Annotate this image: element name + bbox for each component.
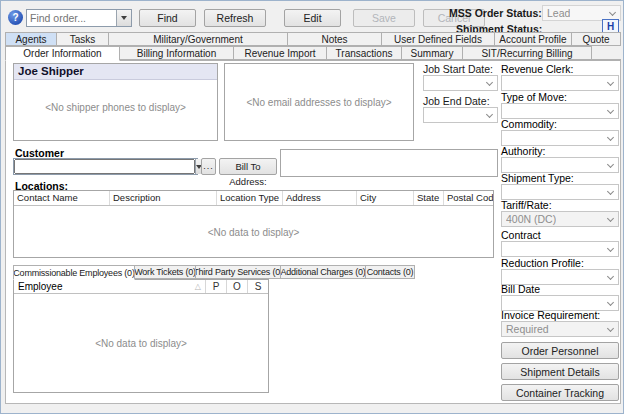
- locations-grid: Contact Name Description Location Type A…: [13, 190, 494, 258]
- tab-sit-recurring-billing[interactable]: SIT/Recurring Billing: [462, 46, 592, 60]
- customer-input[interactable]: [14, 159, 195, 174]
- job-end-date-dropdown[interactable]: [423, 107, 498, 123]
- bill-date-label: Bill Date: [501, 283, 540, 295]
- shipper-name-header: Joe Shipper: [14, 64, 217, 80]
- help-icon[interactable]: ?: [8, 10, 23, 25]
- type-of-move-dropdown[interactable]: [501, 103, 619, 119]
- tab-notes[interactable]: Notes: [287, 32, 382, 46]
- job-start-date-label: Job Start Date:: [423, 63, 493, 75]
- bill-to-address-box[interactable]: [280, 149, 498, 177]
- sort-ascending-icon: △: [195, 282, 201, 291]
- locations-grid-header: Contact Name Description Location Type A…: [14, 191, 493, 206]
- tab-tasks[interactable]: Tasks: [56, 32, 109, 46]
- chevron-down-icon: [607, 161, 614, 168]
- chevron-down-icon: [486, 79, 493, 86]
- tab-summary[interactable]: Summary: [401, 46, 463, 60]
- tab-transactions[interactable]: Transactions: [326, 46, 402, 60]
- order-personnel-button[interactable]: Order Personnel: [501, 342, 619, 359]
- column-o[interactable]: O: [226, 280, 247, 293]
- column-s[interactable]: S: [247, 280, 268, 293]
- employee-grid-header: Employee △ P O S: [14, 280, 268, 294]
- triangle-down-icon: [121, 16, 127, 20]
- chevron-down-icon: [607, 215, 614, 222]
- job-start-date-dropdown[interactable]: [423, 75, 498, 91]
- edit-button[interactable]: Edit: [284, 9, 341, 27]
- column-contact-name[interactable]: Contact Name: [14, 191, 109, 205]
- locations-grid-body: <No data to display>: [14, 206, 493, 257]
- shipment-type-dropdown[interactable]: [501, 184, 619, 200]
- job-end-date-label: Job End Date:: [423, 95, 490, 107]
- find-order-dropdown-arrow[interactable]: [116, 10, 131, 26]
- type-of-move-label: Type of Move:: [501, 91, 567, 103]
- locations-empty-message: <No data to display>: [14, 226, 493, 237]
- email-empty-message: <No email addresses to display>: [225, 97, 413, 108]
- invoice-requirement-dropdown: Required: [501, 321, 619, 337]
- column-description[interactable]: Description: [109, 191, 216, 205]
- contract-label: Contract: [501, 229, 541, 241]
- customer-combobox[interactable]: [13, 158, 198, 175]
- order-window: ? Find Refresh Edit Save Cancel MSS Orde…: [0, 0, 624, 414]
- shipper-phones-empty-message: <No shipper phones to display>: [14, 101, 217, 112]
- chevron-down-icon: [607, 107, 614, 114]
- find-order-combobox[interactable]: [26, 9, 132, 27]
- chevron-down-icon: [609, 9, 616, 16]
- column-postal-code[interactable]: Postal Code: [443, 191, 493, 205]
- revenue-clerk-dropdown[interactable]: [501, 75, 619, 91]
- chevron-down-icon: [607, 79, 614, 86]
- tab-contacts[interactable]: Contacts (0): [365, 265, 415, 279]
- commodity-label: Commodity:: [501, 118, 557, 130]
- container-tracking-button[interactable]: Container Tracking: [501, 384, 619, 401]
- tab-commissionable-employees[interactable]: Commissionable Employees (0): [13, 265, 135, 280]
- shipment-details-button[interactable]: Shipment Details: [501, 363, 619, 380]
- shipper-phones-panel: Joe Shipper <No shipper phones to displa…: [13, 63, 218, 141]
- tab-work-tickets[interactable]: Work Tickets (0): [134, 265, 196, 279]
- main-tab-row-2: Order Information Billing Information Re…: [5, 46, 621, 60]
- chevron-down-icon: [607, 273, 614, 280]
- save-button: Save: [353, 9, 415, 27]
- tab-revenue-import[interactable]: Revenue Import: [233, 46, 327, 60]
- employee-grid-body: <No data to display>: [14, 294, 268, 391]
- column-employee[interactable]: Employee △: [14, 280, 205, 293]
- column-location-type[interactable]: Location Type: [216, 191, 282, 205]
- tab-third-party-services[interactable]: Third Party Services (0): [195, 265, 281, 279]
- column-city[interactable]: City: [356, 191, 413, 205]
- contract-dropdown[interactable]: [501, 241, 619, 257]
- authority-label: Authority:: [501, 145, 545, 157]
- tab-billing-information[interactable]: Billing Information: [119, 46, 234, 60]
- tab-military-government[interactable]: Military/Government: [108, 32, 288, 46]
- column-state[interactable]: State: [413, 191, 443, 205]
- mss-order-status-value: Lead: [547, 7, 570, 19]
- tab-quote[interactable]: Quote: [571, 32, 621, 46]
- shipment-type-label: Shipment Type:: [501, 172, 574, 184]
- tab-account-profile[interactable]: Account Profile: [494, 32, 572, 46]
- employee-column-label: Employee: [18, 281, 62, 292]
- find-order-input[interactable]: [27, 10, 116, 26]
- tab-additional-charges[interactable]: Additional Charges (0): [280, 265, 366, 279]
- authority-dropdown[interactable]: [501, 157, 619, 173]
- help-icon-glyph: ?: [12, 12, 18, 23]
- commodity-dropdown[interactable]: [501, 130, 619, 146]
- employee-empty-message: <No data to display>: [14, 337, 268, 348]
- column-p[interactable]: P: [205, 280, 226, 293]
- chevron-down-icon: [486, 111, 493, 118]
- chevron-down-icon: [607, 245, 614, 252]
- bill-to-address-button[interactable]: Bill To Address:: [219, 158, 277, 175]
- tab-agents[interactable]: Agents: [5, 32, 57, 46]
- chevron-down-icon: [607, 325, 614, 332]
- revenue-clerk-label: Revenue Clerk:: [501, 63, 573, 75]
- mss-order-status-label: MSS Order Status:: [449, 7, 542, 19]
- refresh-button[interactable]: Refresh: [204, 9, 266, 27]
- tab-user-defined-fields[interactable]: User Defined Fields: [381, 32, 495, 46]
- chevron-down-icon: [607, 134, 614, 141]
- reduction-profile-label: Reduction Profile:: [501, 257, 584, 269]
- invoice-requirement-value: Required: [506, 323, 549, 335]
- customer-browse-button[interactable]: ...: [201, 158, 216, 175]
- tariff-rate-label: Tariff/Rate:: [501, 199, 552, 211]
- tab-order-information[interactable]: Order Information: [5, 46, 120, 61]
- employee-grid: Employee △ P O S <No data to display>: [13, 279, 269, 393]
- tariff-rate-dropdown: 400N (DC): [501, 211, 619, 227]
- find-button[interactable]: Find: [139, 9, 196, 27]
- column-address[interactable]: Address: [282, 191, 356, 205]
- tariff-rate-value: 400N (DC): [506, 213, 556, 225]
- tab-row-spacer: [592, 46, 621, 60]
